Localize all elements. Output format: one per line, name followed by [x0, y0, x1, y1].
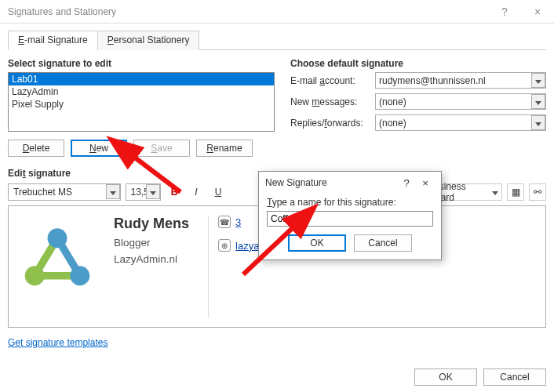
close-icon[interactable]: ×	[521, 5, 554, 18]
chevron-down-icon[interactable]	[531, 94, 545, 109]
hyperlink-button[interactable]: ⚯	[529, 183, 546, 201]
cancel-button[interactable]: Cancel	[483, 368, 546, 386]
image-button[interactable]: ▦	[507, 183, 524, 201]
font-combo[interactable]: Trebuchet MS	[8, 183, 121, 201]
list-item[interactable]: Lab01	[9, 73, 274, 85]
signature-name: Rudy Mens	[114, 216, 189, 232]
signature-name-input[interactable]	[267, 211, 433, 227]
phone-icon: ☎	[218, 216, 231, 228]
signature-logo	[20, 216, 95, 318]
bold-button[interactable]: B	[166, 183, 183, 201]
underline-button[interactable]: U	[210, 183, 227, 201]
dialog-field-label: Type a name for this signature:	[267, 197, 433, 208]
get-templates-link[interactable]: Get signature templates	[8, 337, 108, 348]
email-account-select[interactable]: rudymens@thunnissen.nl	[375, 72, 546, 89]
chevron-down-icon[interactable]	[531, 73, 545, 88]
dialog-titlebar: New Signature ? ×	[259, 172, 441, 194]
save-button: Save	[133, 140, 190, 157]
svg-point-3	[25, 266, 45, 285]
chevron-down-icon[interactable]	[531, 115, 545, 130]
tabs: E-mail Signature Personal Stationery	[8, 30, 546, 50]
replies-forwards-label: Replies/forwards:	[290, 118, 375, 129]
chevron-down-icon[interactable]	[106, 184, 120, 199]
signature-listbox[interactable]: Lab01 LazyAdmin Pixel Supply	[8, 72, 275, 132]
list-item[interactable]: LazyAdmin	[9, 85, 274, 98]
svg-point-5	[70, 266, 89, 285]
signature-text-block: Rudy Mens Blogger LazyAdmin.nl	[114, 216, 189, 318]
new-messages-select[interactable]: (none)	[375, 93, 546, 110]
new-signature-dialog: New Signature ? × Type a name for this s…	[258, 171, 442, 260]
font-size-combo[interactable]: 13,5	[126, 183, 161, 201]
dialog-title: New Signature	[265, 177, 327, 188]
phone-link[interactable]: 3	[235, 216, 241, 228]
delete-button[interactable]: Delete	[8, 140, 64, 157]
new-button[interactable]: New	[71, 140, 127, 157]
new-messages-label: New messages:	[290, 96, 375, 107]
globe-icon: ⊕	[218, 239, 231, 252]
list-item[interactable]: Pixel Supply	[9, 98, 274, 111]
email-account-label: E-mail account:	[290, 75, 375, 86]
chevron-down-icon[interactable]	[146, 184, 160, 199]
signature-role: Blogger	[114, 237, 189, 249]
ok-button[interactable]: OK	[414, 368, 477, 386]
chevron-down-icon	[492, 187, 498, 198]
image-icon: ▦	[512, 187, 520, 198]
select-signature-label: Select signature to edit	[8, 58, 275, 69]
tab-email-signature[interactable]: E-mail Signature	[8, 31, 98, 50]
default-signature-label: Choose default signature	[290, 58, 546, 69]
italic-button[interactable]: I	[188, 183, 205, 201]
window-titlebar: Signatures and Stationery ? ×	[0, 0, 554, 24]
help-icon[interactable]: ?	[397, 177, 416, 189]
rename-button[interactable]: Rename	[196, 140, 253, 157]
svg-point-4	[48, 228, 67, 248]
tab-personal-stationery[interactable]: Personal Stationery	[97, 31, 200, 50]
close-icon[interactable]: ×	[416, 177, 435, 189]
help-icon[interactable]: ?	[488, 5, 521, 18]
link-icon: ⚯	[534, 187, 541, 198]
window-title: Signatures and Stationery	[8, 6, 116, 17]
dialog-ok-button[interactable]: OK	[288, 234, 346, 252]
replies-forwards-select[interactable]: (none)	[375, 114, 546, 131]
signature-site: LazyAdmin.nl	[114, 253, 189, 265]
dialog-cancel-button[interactable]: Cancel	[354, 234, 412, 252]
